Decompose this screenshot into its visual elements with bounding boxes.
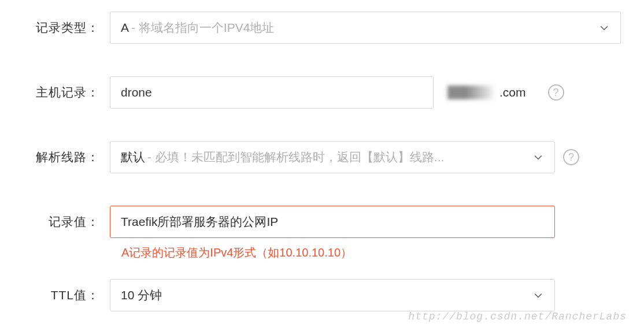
domain-redacted <box>447 86 494 99</box>
record-type-select[interactable]: A - 将域名指向一个IPV4地址 <box>110 12 621 44</box>
resolve-line-select[interactable]: 默认 - 必填！未匹配到智能解析线路时，返回【默认】线路... <box>110 141 555 173</box>
help-icon[interactable]: ? <box>563 149 579 165</box>
domain-suffix: .com <box>442 86 532 99</box>
record-value-error: A记录的记录值为IPv4形式（如10.10.10.10） <box>110 245 621 261</box>
ttl-value: 10 分钟 <box>121 287 162 303</box>
host-record-label: 主机记录 <box>12 84 110 101</box>
resolve-line-hint: - 必填！未匹配到智能解析线路时，返回【默认】线路... <box>147 149 444 165</box>
record-type-value: A <box>121 21 129 35</box>
record-value-label: 记录值 <box>12 214 110 230</box>
resolve-line-label: 解析线路 <box>12 149 110 165</box>
record-type-label: 记录类型 <box>12 20 110 36</box>
ttl-select[interactable]: 10 分钟 <box>110 279 555 311</box>
chevron-down-icon <box>532 151 544 163</box>
domain-suffix-text: .com <box>499 86 526 99</box>
ttl-row: TTL值 10 分钟 <box>12 279 621 311</box>
ttl-label: TTL值 <box>12 287 110 303</box>
help-icon[interactable]: ? <box>548 84 564 101</box>
chevron-down-icon <box>598 22 610 34</box>
resolve-line-row: 解析线路 默认 - 必填！未匹配到智能解析线路时，返回【默认】线路... ? <box>12 141 621 173</box>
host-record-input[interactable] <box>110 76 434 109</box>
chevron-down-icon <box>532 289 544 301</box>
record-type-row: 记录类型 A - 将域名指向一个IPV4地址 <box>12 12 621 44</box>
watermark: http://blog.csdn.net/RancherLabs <box>408 311 627 322</box>
record-value-row: 记录值 <box>12 206 621 238</box>
host-record-group: .com ? <box>110 76 621 109</box>
record-type-hint: - 将域名指向一个IPV4地址 <box>131 20 274 36</box>
host-record-row: 主机记录 .com ? <box>12 76 621 109</box>
record-value-input[interactable] <box>110 206 555 238</box>
resolve-line-value: 默认 <box>121 149 145 165</box>
